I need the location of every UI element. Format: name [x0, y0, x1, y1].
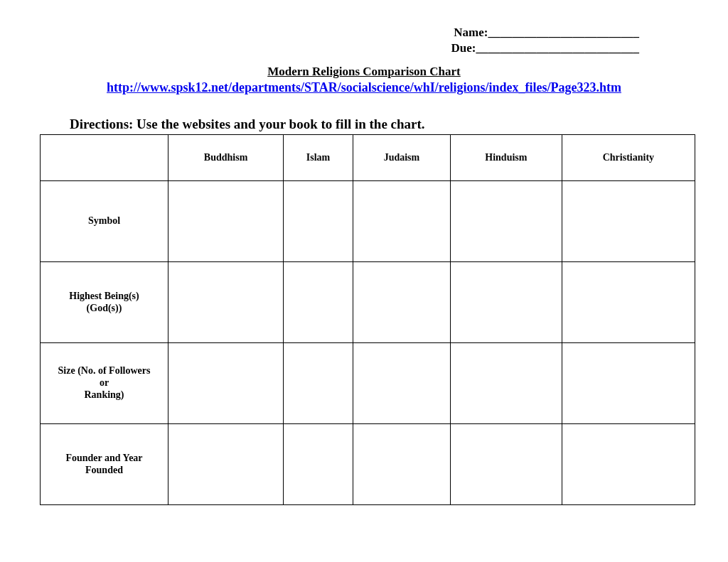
table-header-blank	[41, 135, 168, 181]
directions-text: Directions: Use the websites and your bo…	[70, 117, 692, 132]
title-section: Modern Religions Comparison Chart http:/…	[36, 65, 692, 95]
table-cell	[284, 262, 353, 343]
row-label-highest-being: Highest Being(s)(God(s))	[41, 262, 168, 343]
table-cell	[168, 343, 284, 424]
table-header-christianity: Christianity	[562, 135, 695, 181]
comparison-chart-table: Buddhism Islam Judaism Hinduism Christia…	[40, 134, 695, 505]
table-cell	[450, 181, 562, 262]
table-header-row: Buddhism Islam Judaism Hinduism Christia…	[41, 135, 695, 181]
table-cell	[562, 343, 695, 424]
table-cell	[284, 343, 353, 424]
row-label-text: Highest Being(s)(God(s))	[69, 291, 139, 313]
table-row: Founder and YearFounded	[41, 424, 695, 505]
table-cell	[562, 262, 695, 343]
table-cell	[353, 343, 450, 424]
table-cell	[284, 181, 353, 262]
table-row: Highest Being(s)(God(s))	[41, 262, 695, 343]
reference-url-link[interactable]: http://www.spsk12.net/departments/STAR/s…	[107, 80, 621, 95]
row-label-text: Founder and YearFounded	[65, 453, 142, 475]
table-row: Symbol	[41, 181, 695, 262]
table-cell	[562, 424, 695, 505]
table-cell	[284, 424, 353, 505]
row-label-size: Size (No. of FollowersorRanking)	[41, 343, 168, 424]
header-info: Name:_________________________ Due:_____…	[36, 25, 692, 56]
table-cell	[168, 424, 284, 505]
table-cell	[450, 262, 562, 343]
table-header-islam: Islam	[284, 135, 353, 181]
table-cell	[450, 343, 562, 424]
due-field-label: Due:___________________________	[36, 40, 639, 56]
table-cell	[353, 424, 450, 505]
table-cell	[353, 181, 450, 262]
table-header-hinduism: Hinduism	[450, 135, 562, 181]
row-label-symbol: Symbol	[41, 181, 168, 262]
table-cell	[353, 262, 450, 343]
name-field-label: Name:_________________________	[36, 25, 639, 40]
table-header-judaism: Judaism	[353, 135, 450, 181]
table-cell	[450, 424, 562, 505]
page-title: Modern Religions Comparison Chart	[36, 65, 692, 79]
table-cell	[168, 181, 284, 262]
table-cell	[168, 262, 284, 343]
table-row: Size (No. of FollowersorRanking)	[41, 343, 695, 424]
row-label-founder: Founder and YearFounded	[41, 424, 168, 505]
table-header-buddhism: Buddhism	[168, 135, 284, 181]
table-cell	[562, 181, 695, 262]
row-label-text: Size (No. of FollowersorRanking)	[58, 365, 151, 400]
